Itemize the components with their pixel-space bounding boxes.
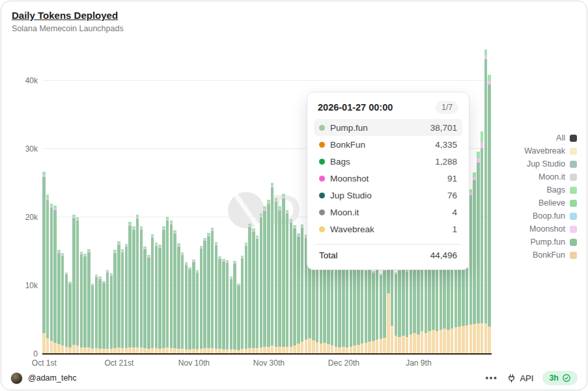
bar[interactable] [158, 245, 161, 353]
bar[interactable] [166, 217, 169, 353]
bar[interactable] [469, 189, 473, 353]
bar[interactable] [237, 284, 240, 353]
bar[interactable] [102, 281, 105, 353]
legend-item-moon-it[interactable]: Moon.it [524, 172, 577, 182]
bar[interactable] [170, 221, 173, 353]
bar[interactable] [398, 269, 401, 353]
bar[interactable] [380, 274, 383, 353]
bar[interactable] [42, 172, 46, 353]
bar[interactable] [121, 249, 124, 353]
bar[interactable] [83, 254, 87, 353]
bar[interactable] [91, 284, 94, 353]
bar[interactable] [192, 260, 195, 353]
bar[interactable] [346, 259, 349, 353]
bar[interactable] [162, 226, 165, 353]
bar[interactable] [207, 233, 210, 353]
bar[interactable] [263, 206, 266, 353]
bar[interactable] [275, 198, 278, 353]
bar[interactable] [95, 275, 98, 353]
bar[interactable] [245, 243, 248, 353]
bar[interactable] [50, 204, 53, 353]
bar[interactable] [357, 266, 360, 353]
bar[interactable] [188, 267, 191, 353]
bar[interactable] [361, 260, 364, 353]
bar[interactable] [125, 244, 128, 353]
bar[interactable] [271, 183, 274, 353]
legend-item-bags[interactable]: Bags [524, 185, 577, 195]
bar[interactable] [293, 225, 296, 353]
bar[interactable] [128, 222, 132, 353]
bar[interactable] [140, 226, 143, 353]
bar[interactable] [87, 249, 91, 353]
bar[interactable] [248, 224, 251, 353]
legend-item-moonshot[interactable]: Moonshot [524, 224, 577, 234]
bar[interactable] [57, 250, 61, 353]
bar[interactable] [80, 252, 83, 353]
bar[interactable] [222, 259, 225, 353]
bar[interactable] [372, 271, 375, 353]
bar[interactable] [376, 266, 379, 353]
api-button[interactable]: API [507, 373, 533, 383]
bar[interactable] [113, 250, 117, 353]
more-menu-button[interactable]: ••• [485, 373, 497, 383]
bar[interactable] [256, 236, 259, 353]
bar[interactable] [365, 269, 368, 353]
legend-item-believe[interactable]: Believe [524, 198, 577, 208]
bar[interactable] [290, 219, 293, 353]
bar[interactable] [185, 262, 188, 353]
freshness-badge[interactable]: 3h [542, 371, 578, 385]
bar[interactable] [473, 172, 476, 353]
bar[interactable] [241, 256, 244, 353]
chart-title-link[interactable]: Daily Tokens Deployed [12, 10, 124, 21]
bar[interactable] [406, 270, 409, 353]
legend-item-pump-fun[interactable]: Pump.fun [524, 237, 577, 247]
legend-item-wavebreak[interactable]: Wavebreak [524, 146, 577, 155]
bar[interactable] [76, 217, 79, 353]
bar[interactable] [383, 269, 386, 353]
bar[interactable] [260, 213, 263, 353]
bar[interactable] [297, 234, 300, 353]
bar[interactable] [53, 206, 57, 353]
bar[interactable] [410, 260, 413, 353]
bar[interactable] [181, 252, 184, 353]
bar[interactable] [147, 255, 150, 353]
bar[interactable] [477, 152, 480, 353]
bar[interactable] [481, 131, 484, 353]
bar[interactable] [72, 215, 76, 353]
bar[interactable] [136, 215, 139, 353]
bar[interactable] [200, 246, 203, 353]
author-handle[interactable]: @adam_tehc [28, 373, 77, 383]
legend-item-bonkfun[interactable]: BonkFun [524, 250, 577, 260]
bar[interactable] [98, 276, 102, 353]
bar[interactable] [338, 256, 341, 353]
bar[interactable] [173, 230, 176, 353]
bar[interactable] [117, 241, 120, 353]
bar[interactable] [132, 226, 135, 353]
bar[interactable] [286, 210, 289, 353]
author-avatar[interactable] [10, 372, 23, 384]
bar[interactable] [395, 273, 398, 353]
bar[interactable] [391, 267, 394, 353]
bar[interactable] [110, 273, 113, 353]
bar[interactable] [353, 262, 356, 353]
bar[interactable] [151, 234, 154, 353]
bar[interactable] [301, 224, 304, 353]
bar[interactable] [61, 253, 64, 353]
legend-item-all[interactable]: All [524, 133, 577, 142]
bar[interactable] [196, 270, 199, 353]
bar[interactable] [211, 228, 214, 353]
bar[interactable] [387, 256, 390, 353]
bar[interactable] [233, 261, 236, 353]
bar[interactable] [155, 243, 158, 353]
bar[interactable] [252, 228, 255, 353]
bar[interactable] [46, 195, 49, 353]
legend-item-jup-studio[interactable]: Jup Studio [524, 159, 577, 169]
bar[interactable] [488, 75, 491, 353]
bar[interactable] [230, 276, 233, 353]
bar[interactable] [203, 238, 206, 353]
bar[interactable] [143, 247, 147, 353]
bar[interactable] [484, 49, 488, 353]
bar[interactable] [282, 194, 285, 353]
bar[interactable] [267, 200, 270, 353]
bar[interactable] [68, 282, 72, 353]
